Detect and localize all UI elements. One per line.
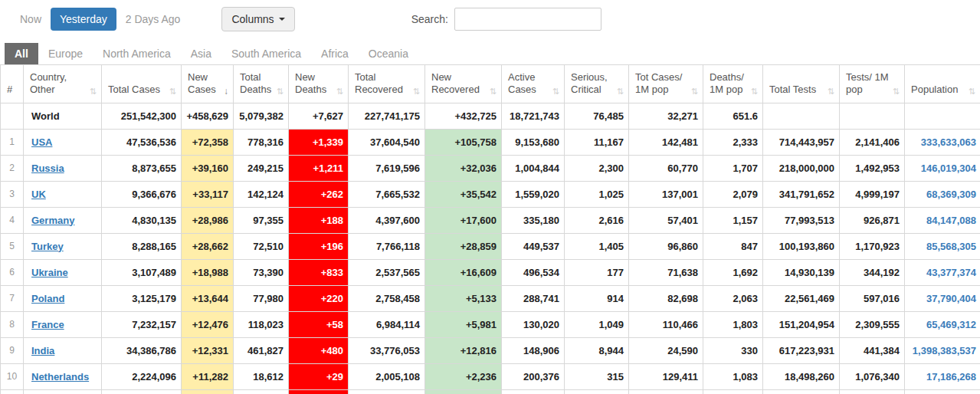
country-link[interactable]: Netherlands [31, 371, 89, 383]
cell-new-deaths: +188 [289, 207, 349, 233]
cell-tot-cases-1m-pop: 96,860 [629, 233, 703, 259]
region-tab-africa[interactable]: Africa [311, 43, 359, 64]
cell-tot-cases-1m-pop: 137,001 [629, 181, 703, 207]
cell-tests-1m-pop: 344,192 [840, 259, 905, 285]
col-header-total-recovered[interactable]: Total Recovered⇅ [349, 65, 425, 103]
country-link[interactable]: Turkey [31, 241, 64, 252]
col-header-label: Total Recovered [355, 71, 411, 97]
cell-total-cases: 3,107,489 [102, 259, 182, 285]
sort-icon: ⇅ [893, 87, 900, 97]
cell-country: UK [24, 181, 102, 207]
cell-population: 333,633,063 [905, 129, 980, 155]
cell-new-cases: +72,358 [182, 129, 234, 155]
col-header-total-cases[interactable]: Total Cases⇅ [102, 65, 182, 103]
population-link[interactable]: 17,186,268 [926, 371, 976, 383]
cell-new-recovered: +28,859 [425, 233, 502, 259]
cell-total-tests: 14,930,139 [763, 259, 840, 285]
col-header-serious-critical[interactable]: Serious, Critical⇅ [565, 65, 629, 103]
country-link[interactable]: Ukraine [31, 267, 68, 278]
country-link[interactable]: Poland [31, 293, 64, 304]
col-header-new-deaths[interactable]: New Deaths⇅ [289, 65, 349, 103]
col-header-deaths-1m-pop[interactable]: Deaths/ 1M pop⇅ [703, 65, 763, 103]
population-link[interactable]: 68,369,309 [926, 189, 976, 200]
cell-active-cases [502, 389, 565, 394]
col-header-total-deaths[interactable]: Total Deaths⇅ [234, 65, 289, 103]
region-tab-asia[interactable]: Asia [181, 43, 221, 64]
table-header-row: #Country, Other⇅Total Cases⇅New Cases↓To… [1, 65, 980, 103]
time-tab-now[interactable]: Now [11, 8, 51, 31]
cell-tot-cases-1m-pop: 142,481 [629, 129, 703, 155]
col-header-tests-1m-pop[interactable]: Tests/ 1M pop⇅ [840, 65, 905, 103]
cell-new-recovered: +12,816 [425, 337, 502, 363]
cell-new-cases: +12,476 [182, 311, 234, 337]
col-header-country[interactable]: Country, Other⇅ [24, 65, 102, 103]
cell-total-recovered: 6,984,114 [349, 311, 425, 337]
population-link[interactable]: 84,147,088 [926, 215, 976, 226]
cell-population [905, 103, 980, 129]
country-link[interactable]: India [31, 345, 54, 356]
cell-serious-critical: 8,944 [565, 337, 629, 363]
cell-deaths-1m-pop: 2,079 [703, 181, 763, 207]
col-header-active-cases[interactable]: Active Cases⇅ [502, 65, 565, 103]
col-header-new-cases[interactable]: New Cases↓ [182, 65, 234, 103]
col-header-tot-cases-1m-pop[interactable]: Tot Cases/ 1M pop⇅ [629, 65, 703, 103]
search-input[interactable] [454, 8, 601, 31]
col-header-new-recovered[interactable]: New Recovered⇅ [425, 65, 502, 103]
col-header-total-tests[interactable]: Total Tests⇅ [763, 65, 840, 103]
cell-active-cases: 335,180 [502, 207, 565, 233]
region-tab-oceania[interactable]: Oceania [359, 43, 418, 64]
time-tab-yesterday[interactable]: Yesterday [51, 8, 116, 31]
col-header-label: Tests/ 1M pop [846, 71, 891, 97]
population-link[interactable]: 85,568,305 [926, 241, 976, 252]
cell-tot-cases-1m-pop: 71,638 [629, 259, 703, 285]
col-header-population[interactable]: Population⇅ [905, 65, 980, 103]
table-row: 7Poland3,125,179+13,64477,980+2202,758,4… [1, 285, 980, 311]
sort-icon: ⇅ [413, 87, 420, 97]
cell-new-deaths: +833 [289, 259, 349, 285]
cell-tot-cases-1m-pop: 32,271 [629, 103, 703, 129]
cell-total-cases [102, 389, 182, 394]
population-link[interactable]: 37,790,404 [926, 293, 976, 304]
cell-total-deaths [234, 389, 289, 394]
cell-new-recovered [425, 389, 502, 394]
population-link[interactable]: 333,633,063 [921, 136, 976, 148]
region-tab-north-america[interactable]: North America [93, 43, 181, 64]
country-link[interactable]: UK [31, 189, 46, 200]
col-header-label: New Deaths [295, 71, 335, 97]
cell-new-cases [182, 389, 234, 394]
cell-total-recovered: 33,776,053 [349, 337, 425, 363]
country-link[interactable]: USA [31, 136, 52, 148]
cell-rank: 8 [1, 311, 24, 337]
population-link[interactable]: 1,398,383,537 [913, 345, 976, 356]
region-tab-all[interactable]: All [5, 43, 38, 64]
world-total-row: World251,542,300+458,6295,079,382+7,6272… [1, 103, 980, 129]
cell-rank: 3 [1, 181, 24, 207]
country-link[interactable]: France [31, 319, 64, 330]
region-tab-europe[interactable]: Europe [38, 43, 93, 64]
col-header-label: Tot Cases/ 1M pop [635, 71, 690, 97]
sort-icon: ⇅ [552, 87, 559, 97]
cell-rank: 6 [1, 259, 24, 285]
country-link[interactable]: Russia [31, 163, 64, 174]
col-header-label: New Cases [188, 71, 222, 97]
cell-new-deaths [289, 389, 349, 394]
columns-button[interactable]: Columns [221, 7, 294, 31]
cell-new-recovered: +5,133 [425, 285, 502, 311]
sort-icon: ⇅ [277, 87, 284, 97]
cell-total-cases: 47,536,536 [102, 129, 182, 155]
region-tab-south-america[interactable]: South America [221, 43, 311, 64]
cell-rank: 5 [1, 233, 24, 259]
cell-serious-critical: 2,300 [565, 155, 629, 181]
time-tab-2-days-ago[interactable]: 2 Days Ago [116, 8, 190, 31]
cell-total-cases: 9,366,676 [102, 181, 182, 207]
cell-total-deaths: 461,827 [234, 337, 289, 363]
population-link[interactable]: 65,469,312 [926, 319, 976, 330]
cell-deaths-1m-pop [703, 389, 763, 394]
partial-next-row [1, 389, 980, 394]
country-link[interactable]: Germany [31, 215, 74, 226]
cell-serious-critical [565, 389, 629, 394]
cell-serious-critical: 1,405 [565, 233, 629, 259]
population-link[interactable]: 43,377,374 [926, 267, 976, 278]
population-link[interactable]: 146,019,304 [921, 163, 976, 174]
cell-serious-critical: 315 [565, 363, 629, 389]
